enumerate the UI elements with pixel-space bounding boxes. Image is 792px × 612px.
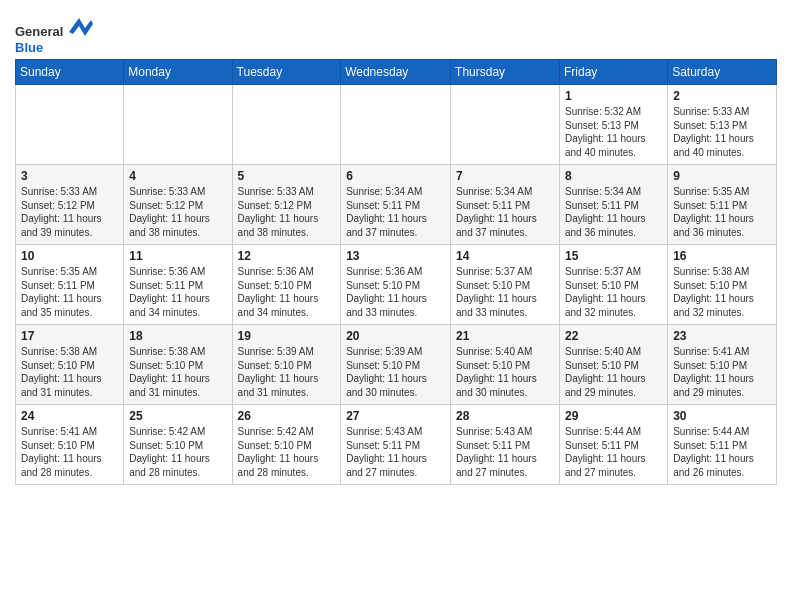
calendar-cell: 15Sunrise: 5:37 AM Sunset: 5:10 PM Dayli…	[559, 245, 667, 325]
day-number: 3	[21, 169, 118, 183]
col-header-tuesday: Tuesday	[232, 60, 341, 85]
calendar-cell: 26Sunrise: 5:42 AM Sunset: 5:10 PM Dayli…	[232, 405, 341, 485]
day-number: 2	[673, 89, 771, 103]
day-number: 26	[238, 409, 336, 423]
calendar-cell: 2Sunrise: 5:33 AM Sunset: 5:13 PM Daylig…	[668, 85, 777, 165]
calendar-cell: 10Sunrise: 5:35 AM Sunset: 5:11 PM Dayli…	[16, 245, 124, 325]
day-number: 21	[456, 329, 554, 343]
day-info: Sunrise: 5:33 AM Sunset: 5:12 PM Dayligh…	[238, 185, 336, 239]
calendar-week-5: 24Sunrise: 5:41 AM Sunset: 5:10 PM Dayli…	[16, 405, 777, 485]
calendar-cell: 1Sunrise: 5:32 AM Sunset: 5:13 PM Daylig…	[559, 85, 667, 165]
logo-bird-icon	[65, 14, 93, 36]
day-info: Sunrise: 5:40 AM Sunset: 5:10 PM Dayligh…	[565, 345, 662, 399]
day-number: 1	[565, 89, 662, 103]
calendar-cell: 28Sunrise: 5:43 AM Sunset: 5:11 PM Dayli…	[451, 405, 560, 485]
day-info: Sunrise: 5:38 AM Sunset: 5:10 PM Dayligh…	[673, 265, 771, 319]
calendar-cell: 27Sunrise: 5:43 AM Sunset: 5:11 PM Dayli…	[341, 405, 451, 485]
calendar-cell: 5Sunrise: 5:33 AM Sunset: 5:12 PM Daylig…	[232, 165, 341, 245]
day-number: 28	[456, 409, 554, 423]
calendar-header-row: SundayMondayTuesdayWednesdayThursdayFrid…	[16, 60, 777, 85]
day-info: Sunrise: 5:33 AM Sunset: 5:13 PM Dayligh…	[673, 105, 771, 159]
calendar-cell: 17Sunrise: 5:38 AM Sunset: 5:10 PM Dayli…	[16, 325, 124, 405]
day-number: 11	[129, 249, 226, 263]
day-info: Sunrise: 5:43 AM Sunset: 5:11 PM Dayligh…	[456, 425, 554, 479]
day-info: Sunrise: 5:35 AM Sunset: 5:11 PM Dayligh…	[673, 185, 771, 239]
calendar-cell: 6Sunrise: 5:34 AM Sunset: 5:11 PM Daylig…	[341, 165, 451, 245]
day-number: 12	[238, 249, 336, 263]
col-header-wednesday: Wednesday	[341, 60, 451, 85]
day-info: Sunrise: 5:34 AM Sunset: 5:11 PM Dayligh…	[346, 185, 445, 239]
day-number: 22	[565, 329, 662, 343]
calendar-cell: 9Sunrise: 5:35 AM Sunset: 5:11 PM Daylig…	[668, 165, 777, 245]
day-number: 17	[21, 329, 118, 343]
day-number: 14	[456, 249, 554, 263]
calendar-cell: 19Sunrise: 5:39 AM Sunset: 5:10 PM Dayli…	[232, 325, 341, 405]
day-number: 5	[238, 169, 336, 183]
day-number: 24	[21, 409, 118, 423]
day-number: 27	[346, 409, 445, 423]
day-info: Sunrise: 5:42 AM Sunset: 5:10 PM Dayligh…	[129, 425, 226, 479]
day-info: Sunrise: 5:36 AM Sunset: 5:10 PM Dayligh…	[238, 265, 336, 319]
day-info: Sunrise: 5:33 AM Sunset: 5:12 PM Dayligh…	[129, 185, 226, 239]
day-info: Sunrise: 5:38 AM Sunset: 5:10 PM Dayligh…	[21, 345, 118, 399]
day-info: Sunrise: 5:41 AM Sunset: 5:10 PM Dayligh…	[673, 345, 771, 399]
calendar-cell: 30Sunrise: 5:44 AM Sunset: 5:11 PM Dayli…	[668, 405, 777, 485]
calendar-week-1: 1Sunrise: 5:32 AM Sunset: 5:13 PM Daylig…	[16, 85, 777, 165]
calendar-cell	[124, 85, 232, 165]
day-info: Sunrise: 5:34 AM Sunset: 5:11 PM Dayligh…	[456, 185, 554, 239]
calendar-cell	[341, 85, 451, 165]
calendar-cell	[232, 85, 341, 165]
day-info: Sunrise: 5:36 AM Sunset: 5:10 PM Dayligh…	[346, 265, 445, 319]
calendar-cell: 24Sunrise: 5:41 AM Sunset: 5:10 PM Dayli…	[16, 405, 124, 485]
calendar-cell: 8Sunrise: 5:34 AM Sunset: 5:11 PM Daylig…	[559, 165, 667, 245]
calendar-cell: 11Sunrise: 5:36 AM Sunset: 5:11 PM Dayli…	[124, 245, 232, 325]
day-info: Sunrise: 5:36 AM Sunset: 5:11 PM Dayligh…	[129, 265, 226, 319]
day-number: 9	[673, 169, 771, 183]
day-info: Sunrise: 5:32 AM Sunset: 5:13 PM Dayligh…	[565, 105, 662, 159]
calendar-table: SundayMondayTuesdayWednesdayThursdayFrid…	[15, 59, 777, 485]
calendar-cell: 21Sunrise: 5:40 AM Sunset: 5:10 PM Dayli…	[451, 325, 560, 405]
calendar-cell: 25Sunrise: 5:42 AM Sunset: 5:10 PM Dayli…	[124, 405, 232, 485]
day-info: Sunrise: 5:34 AM Sunset: 5:11 PM Dayligh…	[565, 185, 662, 239]
calendar-cell: 16Sunrise: 5:38 AM Sunset: 5:10 PM Dayli…	[668, 245, 777, 325]
col-header-monday: Monday	[124, 60, 232, 85]
day-number: 15	[565, 249, 662, 263]
calendar-cell	[451, 85, 560, 165]
day-info: Sunrise: 5:44 AM Sunset: 5:11 PM Dayligh…	[673, 425, 771, 479]
day-number: 13	[346, 249, 445, 263]
day-number: 18	[129, 329, 226, 343]
col-header-saturday: Saturday	[668, 60, 777, 85]
calendar-cell	[16, 85, 124, 165]
calendar-cell: 18Sunrise: 5:38 AM Sunset: 5:10 PM Dayli…	[124, 325, 232, 405]
day-number: 8	[565, 169, 662, 183]
calendar-cell: 20Sunrise: 5:39 AM Sunset: 5:10 PM Dayli…	[341, 325, 451, 405]
day-info: Sunrise: 5:42 AM Sunset: 5:10 PM Dayligh…	[238, 425, 336, 479]
col-header-thursday: Thursday	[451, 60, 560, 85]
col-header-friday: Friday	[559, 60, 667, 85]
day-number: 30	[673, 409, 771, 423]
day-info: Sunrise: 5:39 AM Sunset: 5:10 PM Dayligh…	[346, 345, 445, 399]
day-info: Sunrise: 5:44 AM Sunset: 5:11 PM Dayligh…	[565, 425, 662, 479]
calendar-week-4: 17Sunrise: 5:38 AM Sunset: 5:10 PM Dayli…	[16, 325, 777, 405]
calendar-week-3: 10Sunrise: 5:35 AM Sunset: 5:11 PM Dayli…	[16, 245, 777, 325]
logo-general: General	[15, 24, 63, 39]
day-number: 29	[565, 409, 662, 423]
day-number: 23	[673, 329, 771, 343]
day-number: 20	[346, 329, 445, 343]
calendar-cell: 7Sunrise: 5:34 AM Sunset: 5:11 PM Daylig…	[451, 165, 560, 245]
day-info: Sunrise: 5:38 AM Sunset: 5:10 PM Dayligh…	[129, 345, 226, 399]
day-number: 16	[673, 249, 771, 263]
calendar-cell: 23Sunrise: 5:41 AM Sunset: 5:10 PM Dayli…	[668, 325, 777, 405]
calendar-cell: 12Sunrise: 5:36 AM Sunset: 5:10 PM Dayli…	[232, 245, 341, 325]
svg-marker-0	[69, 18, 93, 36]
day-number: 25	[129, 409, 226, 423]
day-info: Sunrise: 5:35 AM Sunset: 5:11 PM Dayligh…	[21, 265, 118, 319]
day-info: Sunrise: 5:37 AM Sunset: 5:10 PM Dayligh…	[565, 265, 662, 319]
day-number: 6	[346, 169, 445, 183]
page-header: General Blue	[15, 10, 777, 55]
day-number: 4	[129, 169, 226, 183]
logo: General Blue	[15, 14, 93, 55]
calendar-cell: 13Sunrise: 5:36 AM Sunset: 5:10 PM Dayli…	[341, 245, 451, 325]
col-header-sunday: Sunday	[16, 60, 124, 85]
calendar-cell: 4Sunrise: 5:33 AM Sunset: 5:12 PM Daylig…	[124, 165, 232, 245]
